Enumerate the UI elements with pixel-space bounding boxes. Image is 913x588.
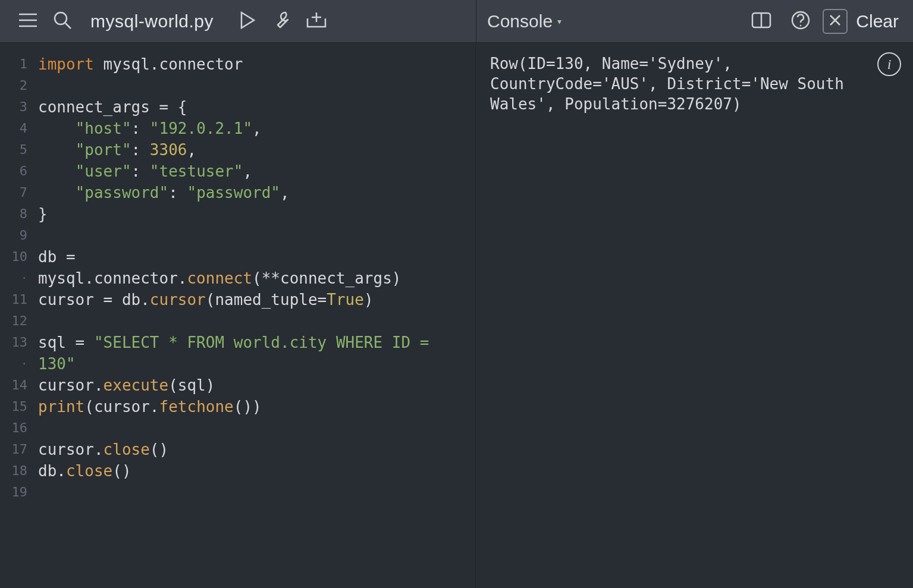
code-line: "port": 3306, xyxy=(38,139,468,161)
help-button[interactable] xyxy=(783,4,818,39)
main-area: 12345678910·111213·141516171819 import m… xyxy=(0,43,913,588)
code-line: "host": "192.0.2.1", xyxy=(38,118,468,139)
code-line xyxy=(38,75,468,96)
gutter-line: · xyxy=(0,353,33,375)
gutter-line: 6 xyxy=(0,161,33,182)
svg-point-3 xyxy=(55,12,67,24)
wrench-icon xyxy=(272,10,292,33)
gutter-line: 3 xyxy=(0,96,33,118)
code-line: "password": "password", xyxy=(38,182,468,203)
svg-marker-5 xyxy=(241,12,254,28)
code-line xyxy=(38,417,468,439)
search-button[interactable] xyxy=(45,4,80,39)
close-button[interactable] xyxy=(823,9,848,34)
code-line: sql = "SELECT * FROM world.city WHERE ID… xyxy=(38,332,468,353)
gutter-line: 17 xyxy=(0,439,33,460)
line-gutter: 12345678910·111213·141516171819 xyxy=(0,43,33,588)
code-line: } xyxy=(38,203,468,225)
hamburger-icon xyxy=(18,13,38,30)
code-line: db.close() xyxy=(38,460,468,482)
gutter-line: · xyxy=(0,268,33,289)
split-view-button[interactable] xyxy=(744,4,779,39)
gutter-line: 4 xyxy=(0,118,33,139)
gutter-line: 16 xyxy=(0,417,33,439)
toolbar-right-icons: Clear xyxy=(744,4,902,39)
gutter-line: 12 xyxy=(0,310,33,332)
gutter-line: 19 xyxy=(0,482,33,503)
code-line: db = xyxy=(38,246,468,268)
console-label: Console xyxy=(487,11,553,32)
code-line: cursor = db.cursor(named_tuple=True) xyxy=(38,289,468,310)
new-file-button[interactable] xyxy=(299,4,334,39)
app-root: mysql-world.py Console ▾ xyxy=(0,0,913,588)
code-line: "user": "testuser", xyxy=(38,161,468,182)
code-line xyxy=(38,310,468,332)
tools-button[interactable] xyxy=(265,4,299,39)
split-pane-icon xyxy=(751,12,771,31)
code-line: cursor.close() xyxy=(38,439,468,460)
menu-button[interactable] xyxy=(11,4,45,39)
gutter-line: 5 xyxy=(0,139,33,161)
gutter-line: 15 xyxy=(0,396,33,417)
gutter-line: 7 xyxy=(0,182,33,203)
code-editor[interactable]: import mysql.connectorconnect_args = { "… xyxy=(33,43,475,588)
search-icon xyxy=(52,10,73,33)
console-output: Row(ID=130, Name='Sydney', CountryCode='… xyxy=(476,43,913,588)
console-info-button[interactable]: i xyxy=(877,52,901,76)
gutter-line: 11 xyxy=(0,289,33,310)
code-line: connect_args = { xyxy=(38,96,468,118)
close-icon xyxy=(829,14,842,29)
editor-pane: 12345678910·111213·141516171819 import m… xyxy=(0,43,476,588)
toolbar: mysql-world.py Console ▾ xyxy=(0,0,913,43)
console-pane: i Row(ID=130, Name='Sydney', CountryCode… xyxy=(476,43,913,588)
gutter-line: 1 xyxy=(0,54,33,75)
gutter-line: 9 xyxy=(0,225,33,246)
gutter-line: 13 xyxy=(0,332,33,353)
code-line: import mysql.connector xyxy=(38,54,468,75)
code-line: 130" xyxy=(38,353,468,375)
code-line xyxy=(38,225,468,246)
code-line: mysql.connector.connect(**connect_args) xyxy=(38,268,468,289)
gutter-line: 14 xyxy=(0,375,33,396)
new-file-icon xyxy=(306,11,327,32)
file-name: mysql-world.py xyxy=(90,11,214,32)
info-icon: i xyxy=(887,56,892,73)
play-icon xyxy=(239,11,256,32)
code-line: cursor.execute(sql) xyxy=(38,375,468,396)
code-line: print(cursor.fetchone()) xyxy=(38,396,468,417)
toolbar-right: Console ▾ C xyxy=(476,0,913,42)
toolbar-left: mysql-world.py xyxy=(0,4,476,39)
svg-line-4 xyxy=(65,23,71,29)
run-button[interactable] xyxy=(230,4,265,39)
gutter-line: 2 xyxy=(0,75,33,96)
code-line xyxy=(38,482,468,503)
chevron-down-icon: ▾ xyxy=(557,17,561,26)
gutter-line: 18 xyxy=(0,460,33,482)
gutter-line: 8 xyxy=(0,203,33,225)
gutter-line: 10 xyxy=(0,246,33,268)
console-dropdown[interactable]: Console ▾ xyxy=(487,11,561,32)
clear-button[interactable]: Clear xyxy=(852,11,902,32)
svg-point-11 xyxy=(800,24,802,26)
help-icon xyxy=(790,10,811,33)
